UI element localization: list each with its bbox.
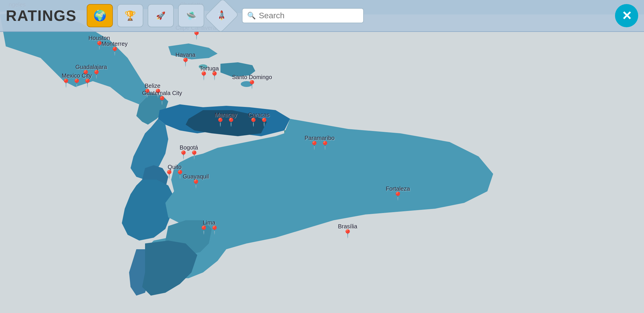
city-pin-havana[interactable]: Havana 📍 (176, 52, 196, 66)
city-pin-maracay[interactable]: Maracay 📍📍 (215, 112, 237, 126)
city-pin-caracas[interactable]: Caracas 📍📍 (248, 112, 269, 126)
city-pin-brasilia[interactable]: Brasília 📍 (338, 223, 357, 238)
city-pin-paramaribo[interactable]: Paramaribo 📍📍 (305, 135, 334, 150)
city-pin-fortaleza[interactable]: Fortaleza 📍 (386, 185, 410, 200)
city-pin-tortuga[interactable]: Tortuga 📍📍 (199, 65, 220, 80)
city-pin-lima[interactable]: Lima 📍📍 (199, 219, 220, 234)
topbar: RATINGS 🌍 🏆 🚀 🛸 🚀 🔍 ✕ (0, 0, 644, 32)
search-container: 🔍 (242, 8, 364, 23)
app-title: RATINGS (6, 7, 77, 24)
city-pin-quito[interactable]: Quito 📍📍 (164, 164, 185, 179)
rover-button[interactable]: 🛸 (178, 4, 204, 27)
city-pin-bogota[interactable]: Bogotá 📍📍 (178, 144, 199, 159)
city-pin-monterrey[interactable]: Monterrey 📍 (102, 41, 128, 55)
shuttle-button[interactable]: 🚀 (204, 0, 239, 33)
city-pin-guayaquil[interactable]: Guayaquil 📍 (183, 173, 209, 188)
close-button[interactable]: ✕ (615, 4, 638, 27)
search-input[interactable] (259, 11, 359, 20)
globe-button[interactable]: 🌍 (87, 4, 113, 27)
search-icon: 🔍 (247, 12, 256, 20)
rocket-small-button[interactable]: 🚀 (148, 4, 174, 27)
trophy-button[interactable]: 🏆 (117, 4, 143, 27)
city-pin-guatemala-city[interactable]: Guatemala City 📍 (142, 90, 182, 105)
map-container: Houston 📍 Monterrey 📍 Guadalajara 📍📍 Mex… (0, 0, 644, 313)
city-pin-santo-domingo[interactable]: Santo Domingo 📍 (232, 74, 272, 89)
city-pin-mexico-city[interactable]: Mexico City 📍📍📍 (61, 72, 93, 87)
